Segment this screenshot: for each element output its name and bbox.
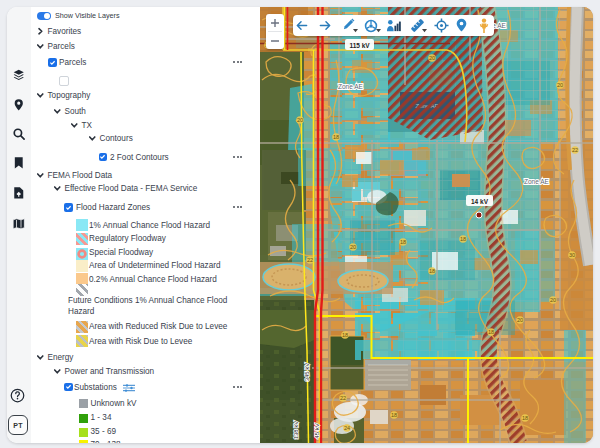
svg-text:115 kV: 115 kV [349, 42, 370, 49]
svg-text:30: 30 [569, 252, 575, 258]
svg-text:20: 20 [557, 82, 563, 88]
svg-text:345 kV: 345 kV [304, 363, 310, 382]
svg-text:18: 18 [391, 412, 397, 418]
svg-text:20: 20 [429, 55, 435, 61]
svg-text:138 kV: 138 kV [293, 421, 299, 440]
svg-text:20: 20 [350, 244, 356, 250]
svg-text:14 kV: 14 kV [471, 198, 489, 205]
svg-text:20: 20 [517, 317, 523, 323]
svg-text:20: 20 [297, 117, 303, 123]
svg-text:22: 22 [572, 147, 578, 153]
svg-text:18: 18 [429, 268, 435, 274]
svg-text:20: 20 [550, 297, 556, 303]
svg-text:18: 18 [488, 329, 494, 335]
svg-text:18: 18 [522, 415, 528, 421]
svg-text:18: 18 [333, 134, 339, 140]
svg-text:18: 18 [342, 332, 348, 338]
svg-text:18: 18 [460, 236, 466, 242]
svg-text:45 kV: 45 kV [314, 423, 320, 438]
svg-text:22: 22 [340, 395, 346, 401]
svg-text:24: 24 [344, 425, 350, 431]
svg-text:18: 18 [400, 239, 406, 245]
svg-text:Zone AE: Zone AE [524, 178, 550, 185]
svg-text:22: 22 [307, 257, 313, 263]
svg-text:Zone AE: Zone AE [338, 83, 364, 90]
